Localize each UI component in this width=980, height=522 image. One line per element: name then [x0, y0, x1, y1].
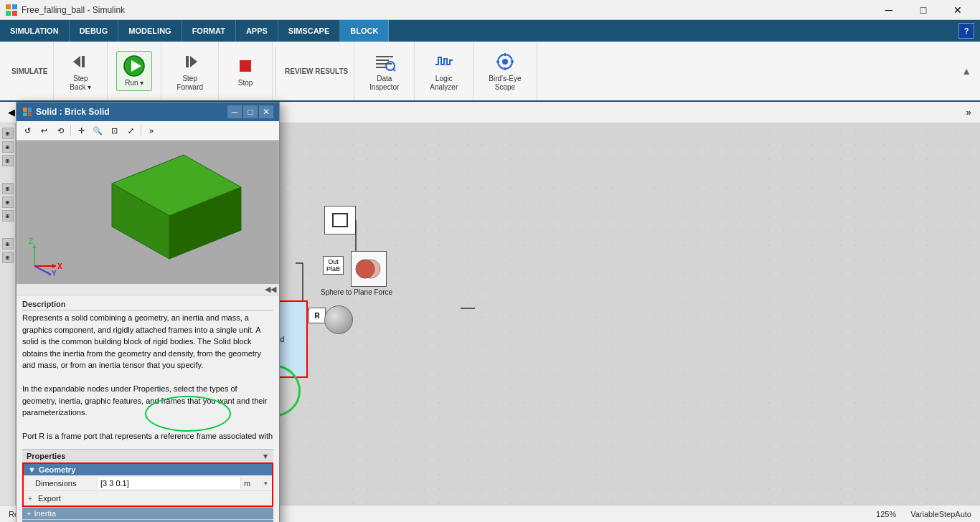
data-inspector-group: DataInspector: [354, 42, 415, 100]
simulink-icon: [6, 4, 17, 16]
tab-simscape[interactable]: SIMSCAPE: [278, 20, 340, 42]
preview-3d: X Z Y: [17, 141, 279, 284]
dimensions-value[interactable]: [3 3 0.1]: [97, 478, 240, 489]
dimensions-row: Dimensions [3 3 0.1] m ▾: [24, 475, 272, 491]
dimensions-unit: m: [240, 478, 262, 489]
undo-icon[interactable]: ↩: [36, 123, 52, 138]
sphere-plane-force-label: Sphere to Plane Force: [321, 288, 392, 296]
sidebar-btn-6[interactable]: ⊕: [2, 210, 14, 222]
svg-point-31: [356, 260, 374, 278]
maximize-button[interactable]: □: [907, 0, 940, 20]
svg-rect-11: [376, 56, 393, 57]
sidebar-btn-3[interactable]: ⊕: [2, 155, 14, 166]
review-group-label: REVIEW RESULTS: [279, 42, 354, 100]
tab-debug[interactable]: DEBUG: [70, 20, 119, 42]
svg-rect-3: [12, 11, 17, 16]
dialog-titlebar: Solid : Brick Solid ─ □ ✕: [17, 103, 279, 121]
svg-marker-4: [73, 56, 80, 67]
sphere-block[interactable]: [324, 305, 353, 334]
sidebar-btn-4[interactable]: ⊕: [2, 183, 14, 194]
dialog-close-button[interactable]: ✕: [259, 105, 273, 118]
birds-eye-icon: [494, 50, 517, 73]
svg-rect-39: [28, 113, 32, 116]
logic-analyzer-button[interactable]: LogicAnalyzer: [423, 47, 464, 95]
minimize-button[interactable]: ─: [872, 0, 905, 20]
tab-modeling[interactable]: MODELING: [118, 20, 182, 42]
logic-analyzer-icon: [433, 50, 456, 73]
svg-rect-13: [376, 63, 392, 65]
axis-indicator: X Z Y: [24, 237, 63, 277]
step-forward-icon: [179, 50, 202, 73]
svg-marker-45: [52, 264, 56, 268]
stop-group: Stop: [219, 42, 273, 100]
data-inspector-button[interactable]: DataInspector: [363, 47, 405, 95]
collapse-preview-btn[interactable]: ◀◀: [17, 284, 279, 295]
svg-rect-12: [376, 60, 389, 61]
svg-rect-9: [186, 56, 189, 67]
tab-format[interactable]: FORMAT: [182, 20, 236, 42]
tab-block[interactable]: BLOCK: [340, 20, 389, 42]
svg-rect-36: [23, 108, 27, 112]
ribbon-content: SIMULATE Step Back ▾: [0, 42, 980, 102]
step-back-label: Step Back ▾: [70, 75, 91, 92]
sidebar-btn-1[interactable]: ⊕: [2, 128, 14, 139]
pan-icon[interactable]: ✛: [73, 123, 89, 138]
step-forward-label: Step Forward: [176, 75, 203, 92]
step-forward-button[interactable]: Step Forward: [170, 47, 209, 95]
title-bar: Free_falling_ball - Simulink ─ □ ✕: [0, 0, 980, 20]
tab-simulation[interactable]: SIMULATION: [0, 20, 70, 42]
inertia-header[interactable]: + Inertia: [22, 507, 273, 519]
export-expand-icon[interactable]: +: [28, 495, 35, 503]
sidebar-btn-5[interactable]: ⊕: [2, 196, 14, 208]
svg-marker-8: [190, 56, 197, 67]
geometry-header[interactable]: ▼ Geometry: [24, 464, 272, 475]
svg-rect-38: [23, 113, 27, 116]
square-block[interactable]: [324, 206, 356, 234]
sidebar-btn-8[interactable]: ⊕: [2, 252, 14, 263]
help-icon[interactable]: ?: [958, 23, 974, 39]
rotate-icon[interactable]: ↺: [19, 123, 35, 138]
out-plab-block[interactable]: Out PlaB: [323, 256, 344, 275]
birds-eye-button[interactable]: Bird's-EyeScope: [482, 47, 527, 95]
stop-icon: [234, 54, 257, 77]
fit-icon[interactable]: ⊡: [106, 123, 122, 138]
sidebar-btn-7[interactable]: ⊕: [2, 238, 14, 250]
svg-text:Y: Y: [52, 270, 57, 277]
zoom-icon[interactable]: 🔍: [90, 123, 105, 138]
toolbar-divider-2: [141, 125, 141, 136]
graphic-header[interactable]: - Graphic: [22, 519, 273, 522]
ribbon-collapse-icon[interactable]: ▲: [961, 42, 974, 100]
svg-rect-23: [333, 214, 347, 227]
dialog-left-panel: Solid : Brick Solid ─ □ ✕ ↺ ↩ ⟲ ✛ 🔍 ⊡ ⤢ …: [16, 102, 280, 522]
description-text: Represents a solid combining a geometry,…: [22, 312, 273, 445]
dialog-minimize-button[interactable]: ─: [227, 105, 242, 118]
properties-section-header[interactable]: Properties ▾: [22, 449, 273, 462]
dimensions-label: Dimensions: [32, 478, 97, 489]
more-icon[interactable]: »: [143, 123, 159, 138]
reset-icon[interactable]: ⟲: [52, 123, 68, 138]
dialog-maximize-button[interactable]: □: [243, 105, 258, 118]
svg-rect-2: [6, 11, 11, 16]
export-row: + Export: [24, 491, 272, 506]
collapse-right-button[interactable]: »: [960, 105, 977, 120]
tab-apps[interactable]: APPS: [236, 20, 278, 42]
svg-rect-5: [82, 56, 85, 67]
sidebar-btn-2[interactable]: ⊕: [2, 141, 14, 153]
stop-button[interactable]: Stop: [227, 51, 263, 91]
birds-eye-group: Bird's-EyeScope: [473, 42, 537, 100]
dimensions-dropdown[interactable]: ▾: [262, 480, 272, 487]
svg-rect-10: [240, 60, 251, 72]
data-inspector-label: DataInspector: [369, 75, 399, 92]
close-button[interactable]: ✕: [941, 0, 974, 20]
run-icon: [123, 54, 146, 77]
svg-rect-14: [376, 67, 386, 68]
properties-collapse-icon: ▾: [263, 452, 268, 461]
run-button[interactable]: Run ▾: [116, 51, 152, 91]
run-label: Run ▾: [125, 79, 143, 87]
preview-toolbar: ↺ ↩ ⟲ ✛ 🔍 ⊡ ⤢ »: [17, 121, 279, 141]
r-port-block[interactable]: R: [308, 308, 326, 323]
sphf-block[interactable]: [351, 251, 387, 287]
step-back-button[interactable]: Step Back ▾: [62, 47, 98, 95]
expand-icon[interactable]: ⤢: [123, 123, 138, 138]
window-title: Free_falling_ball - Simulink: [22, 5, 872, 15]
